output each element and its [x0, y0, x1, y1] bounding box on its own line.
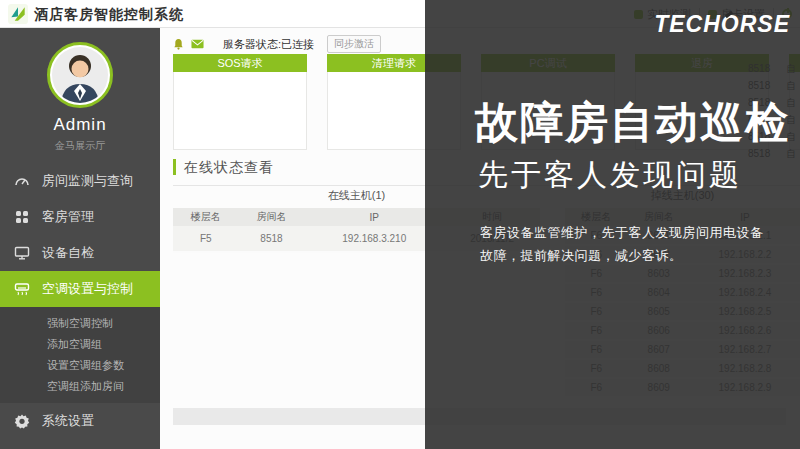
mail-icon	[191, 39, 204, 49]
sidebar-item-device-selfcheck[interactable]: 设备自检	[0, 235, 160, 271]
person-icon	[52, 47, 108, 103]
avatar-image	[52, 47, 108, 103]
alarm-bell-icon	[173, 38, 184, 50]
sidebar-item-room-monitoring[interactable]: 房间监测与查询	[0, 163, 160, 199]
submenu-item-add-ac-group[interactable]: 添加空调组	[0, 334, 160, 355]
sidebar: Admin 金马展示厅 房间监测与查询 客房管理 设备自检 空调设置与控制 强制…	[0, 28, 160, 449]
sidebar-item-ac-control[interactable]: 空调设置与控制	[0, 271, 160, 307]
submenu-item-force-ac-control[interactable]: 强制空调控制	[0, 313, 160, 334]
overlay-subheadline: 先于客人发现问题	[478, 155, 742, 196]
brand-logo-o: O	[721, 11, 740, 38]
gear-icon	[14, 413, 30, 429]
sync-activate-button[interactable]: 同步激活	[327, 35, 381, 53]
user-organization: 金马展示厅	[0, 139, 160, 153]
screen: 酒店客房智能控制系统 实时监测 房卡设置	[0, 0, 800, 449]
monitor-icon	[14, 245, 30, 261]
table-cell: 8518	[239, 226, 305, 252]
panel-sos-request: SOS请求	[173, 54, 307, 150]
gauge-icon	[14, 173, 30, 189]
sidebar-item-label: 房间监测与查询	[42, 172, 133, 190]
sidebar-item-room-management[interactable]: 客房管理	[0, 199, 160, 235]
table-cell: F5	[173, 226, 239, 252]
column-header: 房间名	[239, 208, 305, 226]
grid-icon	[14, 209, 30, 225]
avatar	[47, 42, 113, 108]
panel-sos-body	[173, 72, 307, 150]
overlay-headline: 故障房自动巡检	[475, 94, 790, 152]
server-statusbar: 服务器状态:已连接 同步激活	[173, 36, 381, 52]
ac-icon	[14, 281, 30, 297]
server-status-text: 服务器状态:已连接	[223, 37, 314, 52]
overlay-body-text: 客房设备监管维护，先于客人发现房间用电设备故障，提前解决问题，减少客诉。	[480, 222, 770, 268]
marketing-overlay: TECHORSE 故障房自动巡检 先于客人发现问题 客房设备监管维护，先于客人发…	[425, 0, 800, 449]
sidebar-item-label: 空调设置与控制	[42, 280, 133, 298]
app-title: 酒店客房智能控制系统	[34, 6, 184, 24]
sidebar-item-label: 设备自检	[42, 244, 94, 262]
brand-logo: TECHORSE	[654, 11, 790, 38]
sidebar-item-label: 系统设置	[42, 412, 94, 430]
user-name: Admin	[0, 115, 160, 135]
sidebar-item-system-settings[interactable]: 系统设置	[0, 403, 160, 439]
table-cell: 192.168.3.210	[304, 226, 444, 252]
panel-sos-header[interactable]: SOS请求	[173, 54, 307, 72]
column-header: IP	[304, 208, 444, 226]
submenu-item-ac-group-params[interactable]: 设置空调组参数	[0, 355, 160, 376]
sidebar-nav: 房间监测与查询 客房管理 设备自检 空调设置与控制 强制空调控制 添加空调组 设…	[0, 163, 160, 439]
column-header: 楼层名	[173, 208, 239, 226]
section-title: 在线状态查看	[173, 159, 274, 175]
sidebar-item-label: 客房管理	[42, 208, 94, 226]
ac-submenu: 强制空调控制 添加空调组 设置空调组参数 空调组添加房间	[0, 307, 160, 403]
app-logo-icon	[8, 4, 28, 24]
submenu-item-ac-group-add-room[interactable]: 空调组添加房间	[0, 376, 160, 397]
